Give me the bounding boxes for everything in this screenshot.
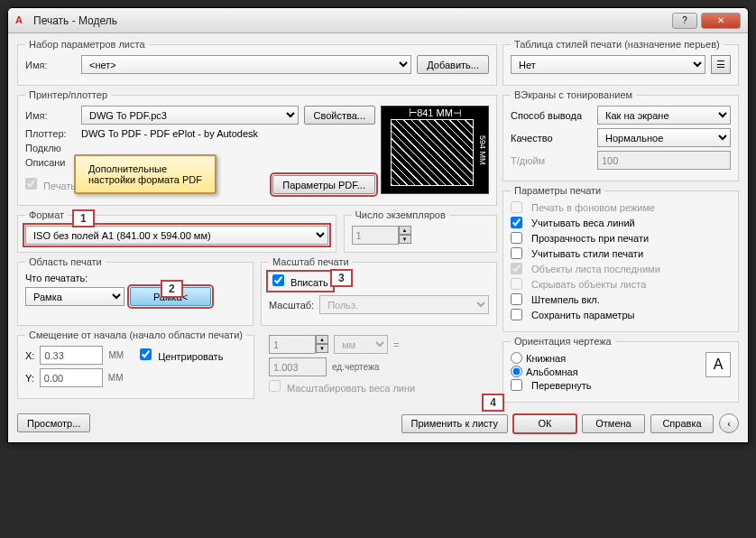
options-group: Параметры печати Печать в фоновом режиме…: [502, 185, 739, 332]
preview-width: ⊢841 MM⊣: [382, 107, 488, 119]
copies-group: Число экземпляров ▲▼: [344, 209, 498, 253]
copies-input: [352, 226, 399, 245]
fit-checkbox[interactable]: [272, 274, 284, 286]
styles-legend: Таблица стилей печати (назначение перьев…: [511, 39, 724, 50]
format-legend: Формат: [25, 209, 68, 220]
styles-edit-button[interactable]: ☰: [711, 55, 731, 74]
orientation-icon: A: [705, 352, 731, 377]
paper-preview: ⊢841 MM⊣ 594 MM: [381, 106, 489, 194]
scale-unit-select: мм: [334, 335, 388, 354]
window-title: Печать - Модель: [33, 14, 672, 27]
portrait-radio[interactable]: [511, 352, 522, 364]
mode-label: Способ вывода: [511, 110, 592, 121]
styles-select[interactable]: Нет: [511, 55, 705, 74]
cancel-button[interactable]: Отмена: [582, 414, 645, 433]
center-checkbox[interactable]: [140, 348, 152, 360]
plot-to-file-checkbox: [25, 178, 37, 190]
fit-checkbox-wrap[interactable]: Вписать: [269, 273, 332, 290]
spin-up: ▲: [399, 226, 411, 235]
apply-button[interactable]: Применить к листу: [401, 414, 509, 433]
drawing-units: ед.чертежа: [332, 362, 379, 372]
copies-spinner: ▲▼: [352, 226, 490, 245]
x-input: [40, 346, 103, 365]
printer-name-label: Имя:: [25, 110, 76, 121]
quality-select[interactable]: Нормальное: [597, 128, 731, 147]
scale-select: Польз.: [319, 295, 489, 314]
dpi-label: Т/дюйм: [511, 155, 592, 166]
marker-4: 4: [482, 394, 504, 412]
expand-button[interactable]: ‹: [719, 413, 739, 433]
opt-ps[interactable]: [511, 247, 522, 259]
opt-lw[interactable]: [511, 217, 522, 228]
viewport-group: ВЭкраны с тонированием Способ вывода Как…: [502, 89, 739, 181]
plot-area-group: Область печати Что печатать: 2 Рамка Рам…: [17, 256, 254, 326]
opt-hide: [511, 278, 522, 290]
offset-group: Смещение от начала (начало области печат…: [17, 329, 254, 399]
chevron-left-icon: ‹: [727, 418, 731, 429]
window-buttons: ? ✕: [672, 13, 741, 29]
y-unit: ММ: [108, 373, 124, 383]
marker-3: 3: [330, 269, 353, 287]
plotter-value: DWG To PDF - PDF ePlot - by Autodesk: [81, 128, 258, 139]
marker-2: 2: [161, 280, 183, 298]
close-button[interactable]: ✕: [701, 13, 741, 29]
orientation-group: Ориентация чертежа Книжная Альбомная Пер…: [502, 336, 739, 403]
scale-lw-label: Масштабировать веса лини: [269, 383, 415, 394]
what-select[interactable]: Рамка: [25, 287, 124, 306]
scale-group: Масштаб печати 3 Вписать Масштаб: Польз.: [261, 256, 497, 326]
plotter-label: Плоттер:: [25, 128, 76, 139]
x-label: X:: [25, 350, 34, 361]
mode-select[interactable]: Как на экране: [597, 106, 731, 125]
scale-lw-checkbox: [269, 380, 281, 392]
center-label[interactable]: Центрировать: [140, 348, 223, 362]
name-label: Имя:: [25, 60, 76, 70]
add-button[interactable]: Добавить...: [417, 55, 489, 74]
page-setup-select[interactable]: <нет>: [81, 55, 411, 74]
what-label: Что печатать:: [25, 273, 245, 283]
preview-button[interactable]: Просмотр...: [17, 413, 90, 432]
page-setup-group: Набор параметров листа Имя: <нет> Добави…: [17, 39, 497, 86]
orientation-legend: Ориентация чертежа: [511, 336, 615, 347]
callout-tooltip: Дополнительные настройки формата PDF: [74, 154, 217, 194]
offset-legend: Смещение от начала (начало области печат…: [25, 329, 246, 340]
dialog-window: A Печать - Модель ? ✕ Набор параметров л…: [7, 7, 749, 443]
format-group: Формат 1 ISO без полей A1 (841.00 x 594.…: [17, 209, 337, 253]
scale-val2: [269, 357, 327, 376]
scale-val1: [269, 335, 316, 354]
ok-button[interactable]: ОК: [513, 414, 576, 433]
equals: =: [393, 339, 399, 350]
opt-last: [511, 263, 522, 274]
marker-1: 1: [72, 209, 95, 227]
y-label: Y:: [25, 373, 34, 384]
scale-legend: Масштаб печати: [269, 256, 353, 267]
opt-bg: [511, 201, 522, 213]
opt-trans[interactable]: [511, 232, 522, 244]
options-legend: Параметры печати: [511, 185, 604, 196]
pdf-params-button[interactable]: Параметры PDF...: [272, 175, 375, 194]
landscape-radio[interactable]: [511, 366, 522, 377]
preview-hatch: [391, 119, 474, 186]
upside-checkbox[interactable]: [511, 379, 522, 391]
page-setup-legend: Набор параметров листа: [25, 39, 149, 50]
description-label: Описани: [25, 157, 76, 168]
help-button[interactable]: ?: [672, 13, 697, 29]
dpi-input: [597, 151, 731, 170]
y-input: [40, 368, 103, 387]
printer-group: Принтер/плоттер Имя: DWG To PDF.pc3 Свой…: [17, 89, 497, 206]
styles-group: Таблица стилей печати (назначение перьев…: [502, 39, 739, 86]
printer-legend: Принтер/плоттер: [25, 89, 111, 100]
app-icon: A: [15, 14, 28, 27]
plot-area-legend: Область печати: [25, 256, 106, 267]
scale-label: Масштаб:: [269, 300, 314, 311]
printer-select[interactable]: DWG To PDF.pc3: [81, 106, 299, 125]
properties-button[interactable]: Свойства...: [304, 106, 375, 125]
opt-save[interactable]: [511, 309, 522, 320]
quality-label: Качество: [511, 133, 592, 144]
opt-stamp[interactable]: [511, 293, 522, 305]
help-button-footer[interactable]: Справка: [650, 414, 714, 433]
x-unit: ММ: [108, 350, 124, 360]
spin-down: ▼: [399, 235, 411, 244]
copies-legend: Число экземпляров: [352, 209, 449, 220]
format-select[interactable]: ISO без полей A1 (841.00 x 594.00 мм): [25, 226, 328, 245]
connection-label: Подклю: [25, 143, 76, 153]
